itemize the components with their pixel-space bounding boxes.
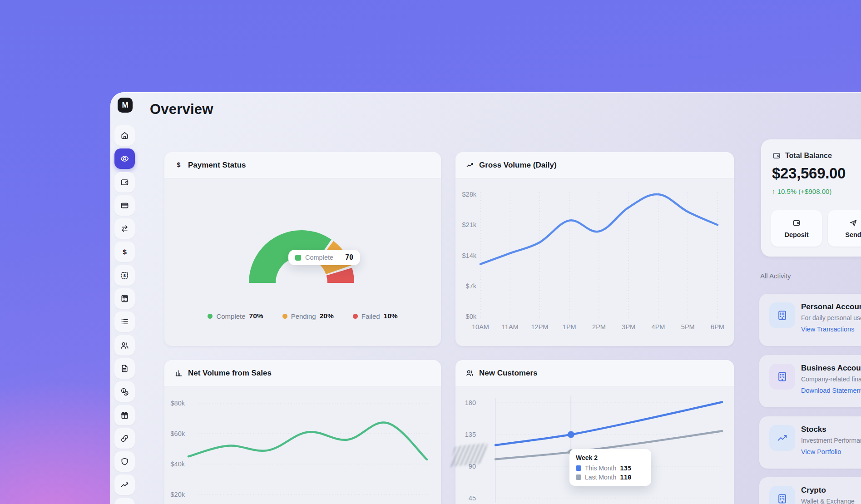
svg-text:6PM: 6PM (711, 323, 724, 331)
page-title: Overview (150, 102, 213, 117)
gift-icon (120, 410, 129, 420)
sidebar-item-lists[interactable] (114, 311, 135, 332)
sidebar-item-wallet[interactable] (114, 172, 135, 193)
legend-dot (282, 314, 287, 319)
activity-card-crypto[interactable]: CryptoWallet & Exchange (759, 477, 861, 504)
sidebar-item-analytics[interactable] (114, 474, 135, 495)
card-title: Payment Status (188, 161, 246, 170)
svg-text:135: 135 (465, 431, 476, 438)
coins-icon: 1 (120, 387, 129, 396)
series-label: This Month (585, 464, 616, 472)
calculator-icon (120, 294, 129, 303)
payment-status-header: $ Payment Status (164, 152, 441, 178)
sidebar-item-calculator[interactable] (114, 288, 135, 309)
tooltip-row: This Month135 (576, 464, 645, 472)
net-volume-line-chart[interactable]: $80k$60k$40k$20k (164, 360, 441, 504)
activity-card-business-account[interactable]: Business AccountCompany-related finances… (759, 355, 861, 407)
deposit-button[interactable]: Deposit (771, 210, 822, 247)
sidebar-item-coins[interactable]: 1 (114, 381, 135, 402)
wallet-icon (772, 151, 781, 160)
activity-card-stocks[interactable]: StocksInvestment PerformanceView Portfol… (759, 416, 861, 469)
activity-link[interactable]: View Portfolio (801, 448, 841, 455)
credit-card-icon (120, 201, 129, 210)
series-label: Last Month (585, 474, 616, 481)
wallet-icon (120, 178, 129, 187)
svg-text:$60k: $60k (171, 430, 185, 437)
dollar-icon: $ (174, 161, 183, 169)
legend-label: Complete (216, 312, 245, 320)
new-customers-card: New Customers 1801359045 Week 2 This Mon… (455, 360, 734, 504)
svg-text:$0k: $0k (466, 313, 477, 320)
svg-text:$14k: $14k (462, 252, 477, 259)
svg-text:$: $ (177, 161, 181, 168)
activity-subtitle: Wallet & Exchange (801, 498, 855, 504)
svg-text:4PM: 4PM (652, 323, 665, 331)
legend-item-pending: Pending20% (282, 312, 334, 320)
sidebar-item-devices[interactable] (114, 498, 135, 504)
sidebar-item-customers[interactable] (114, 335, 135, 356)
svg-text:$20k: $20k (171, 491, 185, 498)
sidebar-item-rewards[interactable] (114, 405, 135, 425)
dashboard-window: M Overview $$1 $ Payment Status Complete… (110, 92, 861, 504)
svg-text:10AM: 10AM (472, 323, 489, 331)
dollar-icon: $ (174, 161, 183, 169)
desktop-background: M Overview $$1 $ Payment Status Complete… (0, 0, 861, 504)
series-value: 135 (620, 464, 631, 472)
users-icon (120, 341, 129, 350)
sidebar-item-invoices[interactable]: $ (114, 265, 135, 286)
balance-label: Total Balance (785, 152, 832, 160)
svg-text:$28k: $28k (462, 191, 477, 198)
svg-text:1PM: 1PM (563, 323, 576, 331)
shield-icon (120, 457, 129, 466)
wallet-icon (792, 218, 801, 227)
button-label: Send (845, 231, 861, 238)
gauge-tooltip: Complete 70 (288, 250, 360, 265)
svg-text:12PM: 12PM (531, 323, 549, 331)
sidebar-item-links[interactable] (114, 428, 135, 449)
svg-text:180: 180 (465, 399, 476, 406)
svg-text:5PM: 5PM (681, 323, 695, 331)
legend-dot (208, 314, 213, 319)
activity-icon-bg (769, 425, 795, 451)
sidebar-item-security[interactable] (114, 451, 135, 472)
tooltip-row: Last Month110 (576, 474, 645, 481)
sidebar-item-payments[interactable]: $ (114, 242, 135, 262)
week-tooltip: Week 2 This Month135Last Month110 (569, 449, 651, 486)
trending-up-icon (776, 432, 788, 444)
payment-status-legend: Complete70%Pending20%Failed10% (164, 312, 441, 320)
balance-amount: $23,569.00 (772, 165, 846, 182)
send-icon (849, 218, 858, 227)
sidebar-item-overview[interactable] (114, 148, 135, 169)
activity-link[interactable]: Download Statements (801, 387, 861, 394)
gross-volume-line-chart[interactable]: 10AM11AM12PM1PM2PM3PM4PM5PM6PM$28k$21k$1… (455, 152, 734, 346)
activity-card-personal-account[interactable]: Personal AccountFor daily personal useVi… (759, 294, 861, 346)
svg-text:45: 45 (469, 494, 476, 502)
series-swatch (576, 465, 581, 471)
sidebar-item-cards[interactable] (114, 195, 135, 216)
legend-item-failed: Failed10% (353, 312, 398, 320)
series-swatch (576, 474, 581, 480)
sidebar-item-home[interactable] (114, 125, 135, 146)
svg-text:$21k: $21k (462, 221, 477, 228)
tooltip-label: Complete (305, 254, 333, 261)
complete-swatch (295, 255, 301, 261)
svg-text:$: $ (124, 273, 126, 278)
balance-actions: DepositSend (771, 210, 861, 247)
sidebar-item-documents[interactable] (114, 358, 135, 379)
activity-subtitle: For daily personal use (801, 314, 861, 321)
svg-text:$40k: $40k (171, 460, 185, 468)
receipt-icon: $ (120, 271, 129, 280)
activity-icon-bg (769, 364, 795, 390)
sidebar-item-transfers[interactable] (114, 218, 135, 239)
payment-status-card: $ Payment Status Complete 70 Complete70%… (164, 152, 441, 346)
building-icon (776, 493, 788, 504)
svg-text:$80k: $80k (171, 400, 185, 407)
activity-title: Stocks (801, 425, 826, 434)
activity-link[interactable]: View Transactions (801, 326, 854, 333)
building-icon (776, 309, 788, 321)
gross-volume-card: Gross Volume (Daily) 10AM11AM12PM1PM2PM3… (455, 152, 734, 346)
svg-text:$7k: $7k (466, 282, 477, 290)
app-logo[interactable]: M (118, 98, 133, 113)
activity-icon-bg (769, 302, 795, 328)
send-button[interactable]: Send (828, 210, 861, 247)
